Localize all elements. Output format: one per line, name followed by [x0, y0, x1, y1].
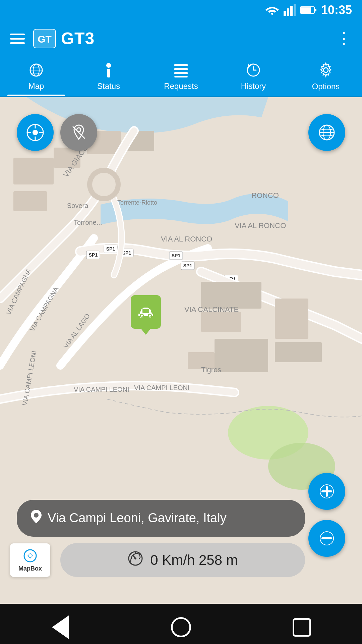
tab-status[interactable]: Status [72, 57, 145, 96]
back-icon [52, 615, 69, 639]
svg-point-68 [33, 130, 38, 135]
svg-text:VIA CAMPI LEONI: VIA CAMPI LEONI [134, 384, 190, 391]
signal-icon [284, 4, 296, 16]
address-overlay: Via Campi Leoni, Gavirate, Italy [17, 500, 305, 537]
app-title: GT3 [61, 29, 95, 48]
svg-text:SP1: SP1 [183, 263, 192, 268]
status-icons: 10:35 [265, 3, 352, 17]
svg-point-91 [134, 557, 136, 559]
recents-button[interactable] [288, 614, 315, 641]
svg-rect-19 [174, 72, 188, 74]
svg-point-81 [141, 315, 143, 317]
svg-rect-16 [107, 69, 110, 77]
wifi-icon [265, 5, 279, 15]
svg-point-88 [34, 513, 39, 518]
svg-rect-4 [294, 4, 296, 16]
svg-rect-17 [174, 64, 188, 66]
svg-rect-47 [275, 342, 322, 362]
gt-logo-icon: GT [33, 29, 56, 49]
hamburger-menu-button[interactable] [10, 34, 25, 44]
address-text: Via Campi Leoni, Gavirate, Italy [48, 510, 227, 526]
svg-point-15 [106, 63, 111, 68]
hamburger-line-2 [10, 38, 25, 40]
hamburger-line-1 [10, 34, 25, 35]
home-icon [171, 617, 191, 637]
mapbox-logo-icon [20, 548, 40, 565]
svg-text:GT: GT [38, 34, 52, 45]
svg-point-0 [271, 13, 273, 15]
svg-text:VIA AL RONCO: VIA AL RONCO [161, 235, 212, 243]
recents-icon [293, 618, 311, 637]
globe-button[interactable] [308, 114, 345, 151]
svg-text:SP1: SP1 [172, 253, 181, 258]
tab-requests[interactable]: Requests [145, 57, 217, 96]
tab-status-label: Status [97, 82, 120, 91]
svg-text:VIA AL RONCO: VIA AL RONCO [235, 221, 286, 230]
app-logo: GT GT3 [33, 29, 95, 49]
tab-requests-label: Requests [164, 82, 198, 91]
pin-button[interactable] [60, 114, 97, 151]
status-bar: 10:35 [0, 0, 362, 20]
zoom-out-button[interactable] [308, 520, 345, 557]
svg-rect-80 [142, 309, 149, 313]
options-tab-icon [318, 62, 334, 80]
speed-overlay: 0 Km/h 258 m [60, 543, 305, 577]
svg-text:Torrone...: Torrone... [74, 219, 102, 226]
tab-map[interactable]: Map [0, 57, 72, 96]
speed-distance-text: 0 Km/h 258 m [150, 552, 238, 568]
history-tab-icon [246, 63, 261, 79]
svg-text:RONCO: RONCO [251, 191, 279, 200]
svg-rect-3 [290, 6, 293, 16]
battery-icon [300, 6, 316, 14]
bottom-navigation [0, 604, 362, 644]
svg-rect-51 [221, 349, 255, 369]
toolbar-left: GT GT3 [10, 29, 95, 49]
tab-options[interactable]: Options [290, 57, 362, 96]
location-pin-icon [30, 509, 42, 527]
status-time: 10:35 [321, 3, 352, 17]
svg-rect-24 [13, 158, 54, 184]
svg-point-96 [28, 554, 32, 557]
svg-rect-2 [287, 8, 289, 16]
svg-rect-43 [201, 282, 261, 309]
svg-rect-84 [326, 486, 328, 497]
crosshair-button[interactable] [17, 114, 54, 151]
svg-rect-18 [174, 68, 188, 70]
svg-rect-46 [275, 299, 308, 339]
hamburger-line-3 [10, 42, 25, 44]
tab-history-label: History [241, 82, 266, 91]
svg-point-42 [92, 173, 116, 196]
requests-tab-icon [174, 63, 188, 79]
tab-history[interactable]: History [217, 57, 290, 96]
zoom-in-button[interactable] [308, 473, 345, 510]
svg-point-82 [149, 315, 151, 317]
home-button[interactable] [168, 614, 194, 641]
car-marker[interactable] [131, 295, 161, 329]
svg-text:Tigros: Tigros [201, 366, 221, 374]
map-area[interactable]: SP1 SP1 SP1 SP1 SP1 SP1 [0, 97, 362, 604]
car-marker-pin [131, 295, 161, 329]
nav-tabs: Map Status Requests [0, 57, 362, 97]
svg-point-22 [323, 68, 328, 72]
mapbox-logo-text: MapBox [18, 565, 42, 572]
svg-text:SP1: SP1 [89, 252, 98, 258]
svg-rect-25 [13, 191, 47, 211]
tab-options-label: Options [312, 82, 340, 91]
svg-text:Torrente-Riotto: Torrente-Riotto [117, 199, 157, 206]
more-options-button[interactable]: ⋮ [336, 31, 352, 47]
svg-rect-20 [174, 76, 188, 77]
svg-rect-44 [201, 312, 241, 332]
map-tab-icon [29, 63, 44, 79]
svg-rect-86 [321, 537, 332, 539]
tab-map-label: Map [28, 82, 44, 91]
speedometer-icon [127, 550, 143, 570]
toolbar: GT GT3 ⋮ [0, 20, 362, 57]
mapbox-logo: MapBox [10, 543, 50, 577]
svg-text:VIA CALCINATE: VIA CALCINATE [184, 305, 239, 314]
back-button[interactable] [47, 614, 74, 641]
svg-text:SP1: SP1 [106, 246, 115, 252]
svg-text:VIA CAMPI LEONI: VIA CAMPI LEONI [74, 386, 129, 393]
svg-rect-7 [314, 9, 316, 11]
svg-text:Sovera: Sovera [67, 202, 88, 209]
svg-rect-6 [301, 7, 311, 13]
